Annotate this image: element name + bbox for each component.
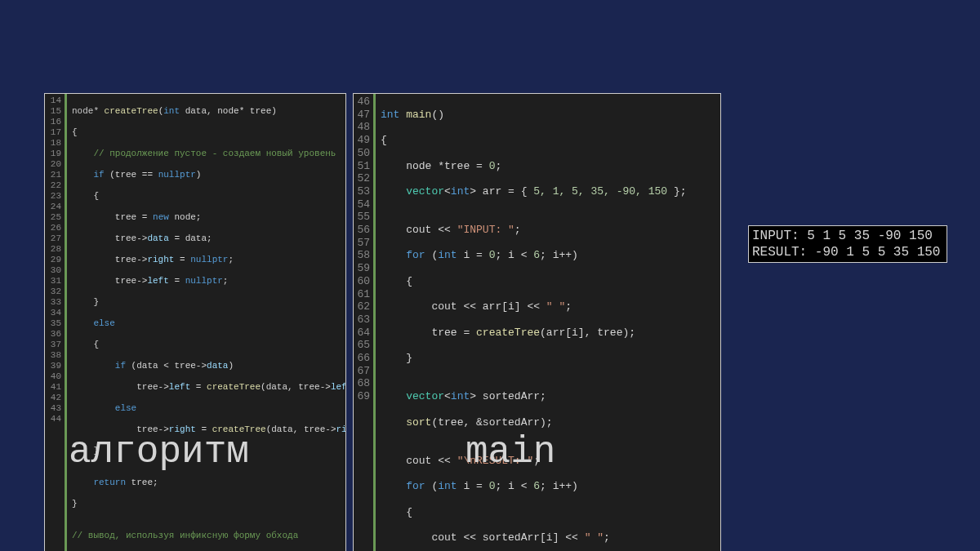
code-block-main: 4647484950515253545556575859606162636465… bbox=[353, 93, 721, 551]
code-content-right: int main() { node *tree = 0; vector<int>… bbox=[376, 94, 692, 551]
code-content-left: node* createTree(int data, node* tree) {… bbox=[67, 94, 345, 551]
line-gutter-right: 4647484950515253545556575859606162636465… bbox=[354, 94, 376, 551]
code-block-algorithm: 1415161718192021222324252627282930313233… bbox=[44, 93, 346, 551]
line-gutter-left: 1415161718192021222324252627282930313233… bbox=[45, 94, 67, 551]
caption-algorithm: алгоритм bbox=[69, 431, 249, 473]
caption-main: main bbox=[466, 431, 555, 473]
output-line-input: INPUT: 5 1 5 35 -90 150 bbox=[752, 228, 940, 244]
output-line-result: RESULT: -90 1 5 5 35 150 bbox=[752, 244, 940, 260]
console-output: INPUT: 5 1 5 35 -90 150 RESULT: -90 1 5 … bbox=[748, 225, 947, 263]
